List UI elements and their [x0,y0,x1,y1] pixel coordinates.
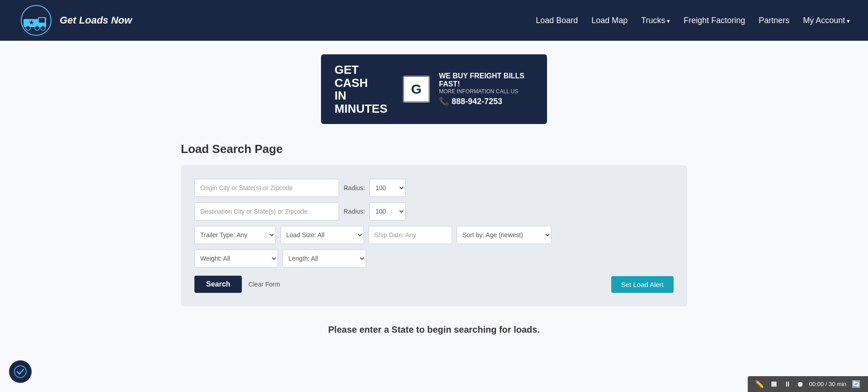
origin-input[interactable] [194,179,339,197]
navbar: ★ Get Loads Now Load Board Load Map Truc… [0,0,868,41]
radius-label-origin: Radius: [344,184,365,191]
svg-point-4 [26,26,30,30]
length-select[interactable]: Length: All Under 20 ft 20-40 ft 40-53 f… [283,249,366,268]
ship-date-input[interactable] [368,226,452,244]
svg-point-6 [41,26,45,30]
set-load-alert-button[interactable]: Set Load Alert [611,276,674,293]
banner[interactable]: GET CASH IN MINUTES G WE BUY FREIGHT BIL… [321,54,547,124]
clear-form-button[interactable]: Clear Form [248,281,280,288]
form-row-filters: Trailer Type: Any Flatbed Reefer Van Ste… [194,226,674,244]
phone-icon: 📞 [439,96,449,106]
banner-headline: WE BUY FREIGHT BILLS FAST! [439,72,533,88]
banner-left-text: GET CASH IN MINUTES [335,63,394,115]
truck-logo-icon: ★ [18,5,54,36]
banner-phone: 📞 888-942-7253 [439,96,533,106]
sort-by-select[interactable]: Sort by: Age (newest) Sort by: Age (olde… [457,226,552,244]
destination-input[interactable] [194,202,339,220]
search-button[interactable]: Search [194,276,242,293]
svg-rect-3 [39,18,45,23]
brand-text: Get Loads Now [60,14,132,26]
status-message: Please enter a State to begin searching … [181,325,687,335]
radius-select-dest[interactable]: 100 25 50 150 200 250 500 [369,202,406,220]
nav-load-board[interactable]: Load Board [536,16,578,25]
buttons-left: Search Clear Form [194,276,280,293]
banner-logo-g: G [403,76,430,103]
load-size-select[interactable]: Load Size: All Full Partial LTL [280,226,364,244]
banner-right-text: WE BUY FREIGHT BILLS FAST! MORE INFORMAT… [439,72,533,106]
form-row-origin: Radius: 100 25 50 150 200 250 500 [194,179,674,197]
nav-trucks[interactable]: Trucks [641,16,670,25]
banner-line1: GET CASH IN MINUTES [335,63,394,115]
radius-label-dest: Radius: [344,208,365,215]
nav-load-map[interactable]: Load Map [591,16,627,25]
nav-my-account[interactable]: My Account [803,16,850,25]
form-row-dest: Radius: 100 25 50 150 200 250 500 [194,202,674,220]
svg-point-5 [35,26,39,30]
search-form-container: Radius: 100 25 50 150 200 250 500 Radius… [181,165,687,306]
weight-select[interactable]: Weight: All Under 10,000 10,000-20,000 2… [194,249,278,268]
main-content: Load Search Page Radius: 100 25 50 150 2… [163,133,705,344]
buttons-row: Search Clear Form Set Load Alert [194,276,674,293]
nav-freight-factoring[interactable]: Freight Factoring [684,16,745,25]
brand-logo[interactable]: ★ Get Loads Now [18,5,132,36]
page-title: Load Search Page [181,142,687,156]
radius-select-origin[interactable]: 100 25 50 150 200 250 500 [369,179,406,197]
nav-links: Load Board Load Map Trucks Freight Facto… [536,16,850,25]
banner-wrapper: GET CASH IN MINUTES G WE BUY FREIGHT BIL… [0,41,868,133]
svg-text:★: ★ [29,19,34,26]
form-row-weight-length: Weight: All Under 10,000 10,000-20,000 2… [194,249,674,268]
nav-partners[interactable]: Partners [759,16,789,25]
banner-subline: MORE INFORMATION CALL US [439,88,533,95]
trailer-type-select[interactable]: Trailer Type: Any Flatbed Reefer Van Ste… [194,226,276,244]
